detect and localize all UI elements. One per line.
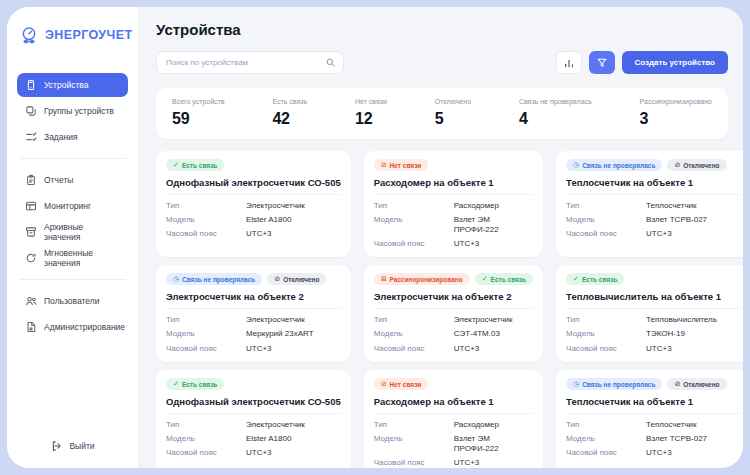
search-icon bbox=[325, 57, 336, 68]
app-window: ЭНЕРГОУЧЕТ УстройстваГруппы устройствЗад… bbox=[7, 7, 743, 468]
field-label: Модель bbox=[566, 329, 646, 339]
device-title: Теплосчетчик на объекте 1 bbox=[566, 396, 741, 407]
field-value: UTC+3 bbox=[646, 344, 672, 354]
badge-row: ⊘Нет связи bbox=[374, 378, 533, 390]
status-badge-offline: ⊘Нет связи bbox=[374, 159, 429, 171]
toolbar-actions: Создать устройство bbox=[556, 51, 729, 74]
field-label: Часовой пояс bbox=[166, 448, 246, 458]
field-label: Тип bbox=[166, 420, 246, 430]
search-input[interactable] bbox=[156, 51, 344, 74]
stat-label: Нет связи bbox=[355, 98, 387, 105]
field-value: UTC+3 bbox=[246, 344, 272, 354]
stat-label: Рассинхронизировано bbox=[640, 98, 712, 105]
filter-button[interactable] bbox=[589, 51, 615, 74]
sidebar-item-administration[interactable]: Администрирование bbox=[17, 315, 128, 339]
field-label: Часовой пояс bbox=[566, 229, 646, 239]
field-label: Тип bbox=[166, 315, 246, 325]
sidebar-item-tasks[interactable]: Задания bbox=[17, 125, 128, 149]
sidebar-item-label: Задания bbox=[44, 132, 78, 142]
field-value: Elster A1800 bbox=[246, 215, 291, 225]
device-card[interactable]: ◷Связь не проверялась⊘ОтключеноТеплосчет… bbox=[556, 151, 743, 257]
field-label: Тип bbox=[566, 420, 646, 430]
field-row-model: МодельВзлет ТСРВ-027 bbox=[566, 434, 741, 444]
sidebar-item-instant-values[interactable]: Мгновенные значения bbox=[17, 246, 128, 270]
field-label: Модель bbox=[166, 434, 246, 444]
field-row-type: ТипЭлектросчетчик bbox=[374, 315, 533, 325]
reports-icon bbox=[25, 174, 37, 186]
sidebar-divider bbox=[19, 158, 126, 159]
field-label: Тип bbox=[374, 201, 454, 211]
field-label: Тип bbox=[374, 315, 454, 325]
sidebar-item-monitoring[interactable]: Мониторинг bbox=[17, 194, 128, 218]
status-badge-unchecked: ◷Связь не проверялась bbox=[166, 273, 262, 285]
monitoring-icon bbox=[25, 200, 37, 212]
create-device-button[interactable]: Создать устройство bbox=[622, 51, 729, 74]
sidebar-item-device-groups[interactable]: Группы устройств bbox=[17, 99, 128, 123]
stats-view-button[interactable] bbox=[556, 51, 582, 74]
device-title: Расходомер на объекте 1 bbox=[374, 396, 533, 407]
status-badge-disabled: ⊘Отключено bbox=[267, 273, 326, 285]
field-label: Тип bbox=[374, 420, 454, 430]
field-value: Электросчетчик bbox=[454, 315, 513, 325]
field-value: UTC+3 bbox=[646, 448, 672, 458]
device-card[interactable]: ◷Связь не проверялась⊘ОтключеноТеплосчет… bbox=[556, 370, 743, 468]
sidebar: ЭНЕРГОУЧЕТ УстройстваГруппы устройствЗад… bbox=[7, 7, 139, 468]
field-value: UTC+3 bbox=[454, 458, 480, 468]
field-value: UTC+3 bbox=[246, 448, 272, 458]
device-card[interactable]: ⊘Нет связиРасходомер на объекте 1ТипРасх… bbox=[364, 370, 543, 468]
field-label: Модель bbox=[374, 434, 454, 453]
badge-row: ◷Связь не проверялась⊘Отключено bbox=[566, 159, 741, 171]
sidebar-item-archive-values[interactable]: Архивные значения bbox=[17, 220, 128, 244]
field-value: ТЭКОН-19 bbox=[646, 329, 685, 339]
sidebar-nav-group: УстройстваГруппы устройствЗадания bbox=[17, 73, 128, 149]
field-label: Модель bbox=[374, 215, 454, 234]
sidebar-nav: УстройстваГруппы устройствЗадания Отчеты… bbox=[17, 73, 128, 339]
device-card[interactable]: ⊠Рассинхронизировано✓Есть связьЭлектросч… bbox=[364, 265, 543, 362]
stat-label: Есть связь bbox=[272, 98, 307, 105]
sidebar-divider bbox=[19, 279, 126, 280]
field-row-type: ТипЭлектросчетчик bbox=[166, 201, 341, 211]
field-value: Расходомер bbox=[454, 420, 499, 430]
status-badge-disabled: ⊘Отключено bbox=[667, 159, 726, 171]
stat-item: Есть связь42 bbox=[272, 98, 307, 128]
sidebar-item-devices[interactable]: Устройства bbox=[17, 73, 128, 97]
field-label: Часовой пояс bbox=[374, 458, 454, 468]
device-card[interactable]: ✓Есть связьТепловычислитель на объекте 1… bbox=[556, 265, 743, 362]
status-badge-online: ✓Есть связь bbox=[166, 159, 224, 171]
field-value: Взлет ТСРВ-027 bbox=[646, 434, 707, 444]
device-card[interactable]: ✓Есть связьОднофазный электросчетчик СО-… bbox=[156, 151, 351, 257]
field-row-model: МодельВзлет ЭМ ПРОФИ-222 bbox=[374, 215, 533, 234]
clock-icon: ◷ bbox=[173, 276, 179, 283]
stat-label: Всего устройств bbox=[172, 98, 225, 105]
field-value: UTC+3 bbox=[454, 344, 480, 354]
check-icon: ✓ bbox=[573, 276, 579, 283]
field-value: Взлет ЭМ ПРОФИ-222 bbox=[454, 215, 533, 234]
page-title: Устройства bbox=[156, 21, 728, 38]
field-label: Модель bbox=[166, 215, 246, 225]
check-icon: ✓ bbox=[482, 276, 488, 283]
disabled-icon: ⊘ bbox=[274, 276, 280, 283]
instant-values-icon bbox=[25, 252, 37, 264]
connection-off-icon: ⊘ bbox=[381, 381, 387, 388]
device-card[interactable]: ◷Связь не проверялась⊘ОтключеноЭлектросч… bbox=[156, 265, 351, 362]
stat-item: Всего устройств59 bbox=[172, 98, 225, 128]
logout-icon bbox=[50, 440, 62, 452]
field-row-model: МодельМеркурий 23xART bbox=[166, 329, 341, 339]
field-value: UTC+3 bbox=[646, 229, 672, 239]
status-badge-disabled: ⊘Отключено bbox=[667, 378, 726, 390]
device-fields: ТипЭлектросчетчикМодельСЭТ-4ТМ.03Часовой… bbox=[374, 308, 533, 353]
badge-row: ✓Есть связь bbox=[566, 273, 741, 285]
field-value: Электросчетчик bbox=[246, 420, 305, 430]
sidebar-item-users[interactable]: Пользователи bbox=[17, 289, 128, 313]
archive-icon bbox=[25, 226, 37, 238]
sidebar-item-reports[interactable]: Отчеты bbox=[17, 168, 128, 192]
device-card[interactable]: ⊘Нет связиРасходомер на объекте 1ТипРасх… bbox=[364, 151, 543, 257]
logout-button[interactable]: Выйти bbox=[17, 434, 128, 454]
device-title: Однофазный электросчетчик СО-505 bbox=[166, 396, 341, 407]
device-card[interactable]: ✓Есть связьОднофазный электросчетчик СО-… bbox=[156, 370, 351, 468]
stat-item: Рассинхронизировано3 bbox=[640, 98, 712, 128]
field-row-type: ТипТеплосчетчик bbox=[566, 420, 741, 430]
stats-card: Всего устройств59Есть связь42Нет связи12… bbox=[156, 88, 728, 139]
stat-value: 59 bbox=[172, 110, 225, 128]
device-groups-icon bbox=[25, 105, 37, 117]
